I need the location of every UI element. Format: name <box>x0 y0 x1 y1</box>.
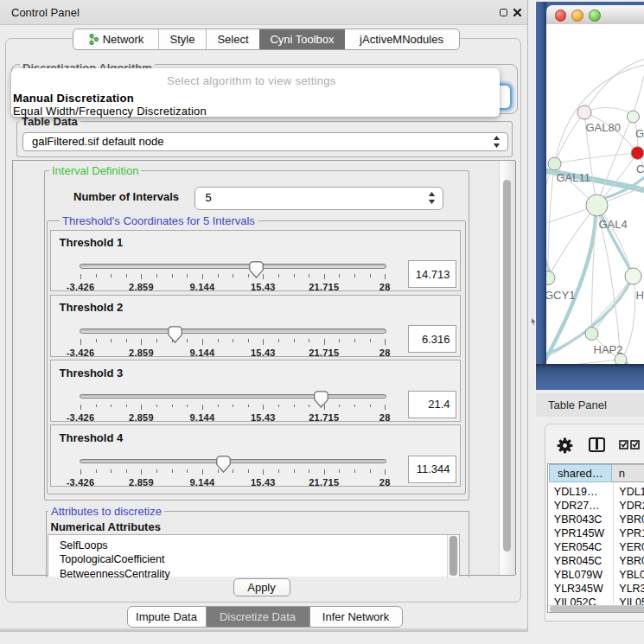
svg-text:GAL80: GAL80 <box>585 120 620 133</box>
svg-text:GAL11: GAL11 <box>556 171 590 184</box>
svg-text:C: C <box>636 163 644 175</box>
svg-text:GCY1: GCY1 <box>546 288 575 301</box>
svg-text:GAL4: GAL4 <box>598 217 627 230</box>
svg-text:G.: G. <box>635 126 644 139</box>
svg-text:H: H <box>635 288 643 301</box>
svg-text:HAP2: HAP2 <box>593 342 622 355</box>
